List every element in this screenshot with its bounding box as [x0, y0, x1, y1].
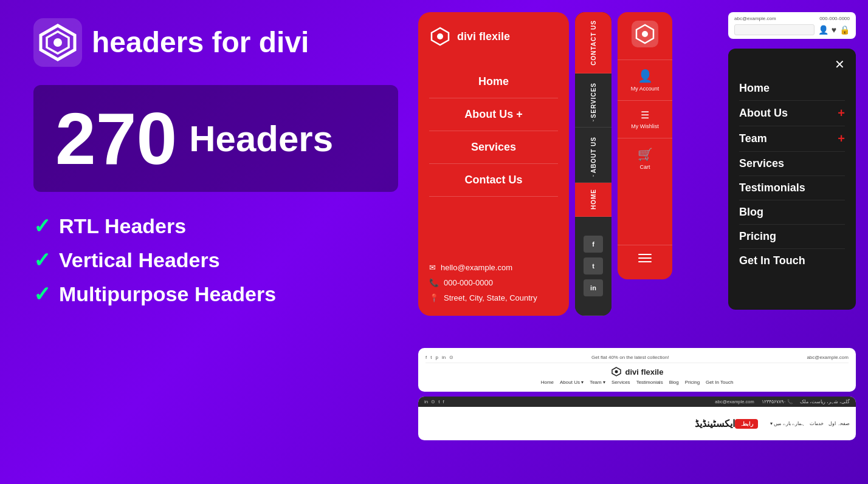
bottom-nav-get-in-touch[interactable]: Get In Touch: [706, 380, 733, 385]
vertical-text-home: Home: [590, 189, 597, 210]
bottom-promo-text: Get flat 40% on the latest collection!: [591, 355, 669, 360]
wishlist-icon: ☰: [641, 109, 649, 121]
bottom-top-bar: f t p in ⊙ Get flat 40% on the latest co…: [425, 355, 849, 363]
feature-item-multipurpose: ✓ Multipurpose Headers: [33, 282, 398, 306]
modal-nav-team-label: Team: [739, 132, 767, 145]
panel-icon-logo: [632, 21, 658, 47]
panel-logo-row: divi flexile: [429, 26, 558, 47]
modal-nav-about[interactable]: About Us +: [739, 101, 845, 126]
nav-item-home[interactable]: Home: [429, 66, 558, 98]
chevron-down-icon-services: ›: [593, 118, 594, 123]
nav-item-contact[interactable]: Contact Us: [429, 164, 558, 197]
rtl-socials: in ⊙ t f: [424, 399, 444, 404]
rtl-address: گلی، شہر، ریاست، ملک: [800, 399, 850, 404]
social-icons-vertical: f t in: [584, 228, 603, 304]
svg-point-4: [642, 31, 648, 37]
bottom-nav-blog[interactable]: Blog: [669, 380, 679, 385]
modal-nav-pricing[interactable]: Pricing: [739, 225, 845, 249]
top-panels-row: divi flexile Home About Us + Services Co…: [418, 12, 856, 343]
counter-label: Headers: [189, 118, 333, 160]
rtl-phone: 📞 ۱۲۳۴۵۶۷۸۹۰: [762, 399, 793, 404]
bottom-nav-about[interactable]: About Us ▾: [560, 380, 584, 385]
bottom-pin-icon[interactable]: p: [435, 355, 438, 360]
bottom-nav-team[interactable]: Team ▾: [590, 380, 605, 385]
bottom-nav-testimonials[interactable]: Testimonials: [636, 380, 663, 385]
desktop-search-box[interactable]: [734, 24, 815, 35]
cart-icon: 🛒: [638, 147, 653, 162]
phone-icon: 📞: [429, 278, 439, 287]
modal-nav-team[interactable]: Team +: [739, 126, 845, 152]
logo-area: headers for divi: [33, 18, 398, 67]
rtl-contact-button[interactable]: رابطہ: [735, 419, 758, 429]
facebook-icon[interactable]: f: [584, 236, 603, 253]
bottom-logo-icon: [611, 366, 622, 377]
heart-icon[interactable]: ♥: [832, 25, 836, 35]
modal-nav-blog[interactable]: Blog: [739, 200, 845, 225]
panel-bottom-rtl: in ⊙ t f گلی، شہر، ریاست، ملک 📞 ۱۲۳۴۵۶۷۸…: [418, 397, 856, 440]
rtl-twitter-icon[interactable]: t: [438, 399, 439, 404]
hamburger-button[interactable]: [618, 245, 672, 271]
bottom-nav-pricing[interactable]: Pricing: [685, 380, 700, 385]
social-icons-bottom: f t p in ⊙: [425, 355, 453, 360]
svg-point-2: [437, 33, 443, 39]
modal-nav-home[interactable]: Home: [739, 77, 845, 101]
features-list: ✓ RTL Headers ✓ Vertical Headers ✓ Multi…: [33, 214, 398, 306]
linkedin-icon[interactable]: in: [584, 279, 603, 296]
rtl-main-row: صفحہ اول خدمات ہمارے بارے میں ▾ رابطہ ای…: [418, 407, 856, 440]
bottom-inst-icon[interactable]: ⊙: [449, 355, 453, 360]
rtl-nav-about[interactable]: ہمارے بارے میں ▾: [770, 421, 805, 426]
desktop-top-bar: abc@example.com 000-000-0000: [734, 16, 850, 21]
modal-nav-services[interactable]: Services: [739, 152, 845, 176]
close-icon[interactable]: ✕: [835, 57, 845, 72]
vertical-text-services: Services: [590, 83, 597, 118]
feature-label-vertical: Vertical Headers: [59, 248, 220, 272]
modal-nav-blog-label: Blog: [739, 206, 763, 219]
modal-nav-services-label: Services: [739, 157, 784, 170]
rtl-nav-services[interactable]: خدمات: [810, 421, 824, 426]
rtl-brand-title: ایکسٹینڈیڈ: [424, 418, 735, 429]
panel-red-logo-icon: [429, 26, 451, 47]
nav-item-about[interactable]: About Us +: [429, 98, 558, 131]
icon-menu-account[interactable]: 👤 My Account: [618, 60, 672, 100]
account-label: My Account: [631, 86, 660, 92]
hamburger-icon: [638, 254, 652, 262]
panel-desktop-top: abc@example.com 000-000-0000 👤 ♥ 🔒: [728, 12, 856, 39]
modal-nav-testimonials[interactable]: Testimonials: [739, 176, 845, 200]
twitter-icon[interactable]: t: [584, 257, 603, 274]
desktop-search-row: 👤 ♥ 🔒: [734, 24, 850, 35]
contact-address: 📍 Street, City, State, Country: [429, 293, 558, 302]
bottom-logo-row: divi flexile: [425, 366, 849, 377]
rtl-contact-bar: گلی، شہر، ریاست، ملک 📞 ۱۲۳۴۵۶۷۸۹۰ abc@ex…: [715, 399, 850, 404]
contact-address-text: Street, City, State, Country: [444, 293, 537, 302]
lock-icon[interactable]: 🔒: [839, 25, 850, 35]
bottom-nav-home[interactable]: Home: [541, 380, 554, 385]
bottom-fb-icon[interactable]: f: [425, 355, 427, 360]
left-section: headers for divi 270 Headers ✓ RTL Heade…: [33, 18, 398, 306]
nav-item-services[interactable]: Services: [429, 131, 558, 164]
modal-nav: Home About Us + Team + Services Testimon: [739, 77, 845, 273]
bottom-in-icon[interactable]: in: [442, 355, 446, 360]
vertical-section-about: About Us ›: [575, 128, 611, 183]
user-icon[interactable]: 👤: [818, 25, 828, 35]
modal-nav-get-in-touch[interactable]: Get In Touch: [739, 249, 845, 273]
rtl-nav-home[interactable]: صفحہ اول: [828, 421, 850, 426]
panel-bottom-light: f t p in ⊙ Get flat 40% on the latest co…: [418, 348, 856, 392]
icon-menu-cart[interactable]: 🛒 Cart: [618, 138, 672, 179]
contact-email: ✉ hello@example.com: [429, 263, 558, 272]
rtl-instagram-icon[interactable]: ⊙: [431, 399, 435, 404]
plus-icon-about: +: [838, 106, 845, 120]
rtl-facebook-icon[interactable]: f: [443, 399, 444, 404]
bottom-nav-services[interactable]: Services: [611, 380, 630, 385]
bottom-logo-text: divi flexile: [625, 367, 664, 377]
svg-point-5: [615, 370, 618, 373]
vertical-section-services: Services ›: [575, 73, 611, 128]
icon-menu-wishlist[interactable]: ☰ My Wishlist: [618, 100, 672, 138]
desktop-email: abc@example.com: [734, 16, 776, 21]
panel-icon-red: 👤 My Account ☰ My Wishlist 🛒 Cart: [618, 12, 672, 279]
panel-dark-modal: ✕ Home About Us + Team + Services: [728, 49, 856, 310]
vertical-section-home: Home: [575, 183, 611, 217]
rtl-linkedin-icon[interactable]: in: [424, 399, 428, 404]
rtl-top-bar: in ⊙ t f گلی، شہر، ریاست، ملک 📞 ۱۲۳۴۵۶۷۸…: [418, 397, 856, 407]
email-icon: ✉: [429, 263, 436, 272]
bottom-tw-icon[interactable]: t: [430, 355, 432, 360]
